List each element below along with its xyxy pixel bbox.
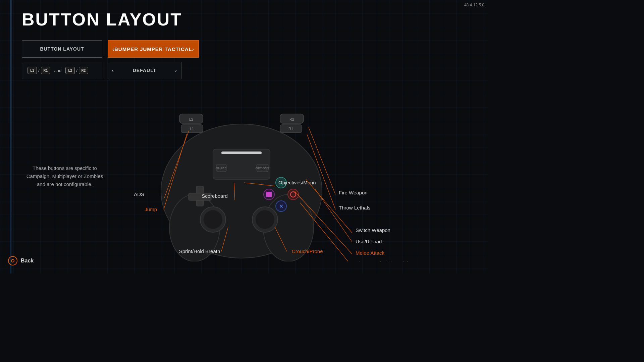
slash1: / [38, 68, 40, 73]
bumper-display: L1 / R1 and L2 / R2 [22, 62, 102, 79]
use-reload-label: Use/Reload [356, 239, 382, 244]
l1-icon: L1 [28, 67, 37, 74]
default-label: DEFAULT [133, 68, 157, 73]
sprint-label: Sprint/Hold Breath [179, 248, 220, 254]
r1-icon: R1 [41, 67, 50, 74]
default-prev-arrow[interactable]: ‹ [112, 68, 114, 73]
default-selector[interactable]: ‹ DEFAULT › [108, 62, 181, 79]
svg-text:R2: R2 [289, 117, 294, 121]
svg-rect-12 [221, 152, 262, 154]
layout-next-arrow[interactable]: › [192, 46, 194, 52]
svg-text:L2: L2 [189, 117, 193, 121]
page-title: BUTTON LAYOUT [22, 9, 182, 29]
layout-selected-value: BUMPER JUMPER TACTICAL [114, 46, 192, 52]
throw-lethals-label: Throw Lethals [339, 205, 370, 210]
svg-point-30 [256, 210, 274, 229]
switch-weapon-label: Switch Weapon [356, 227, 390, 233]
svg-point-28 [204, 210, 222, 229]
note-line3: and are not configurable. [23, 180, 107, 188]
button-layout-dropdown[interactable]: BUTTON LAYOUT [22, 40, 102, 58]
bottom-note: These buttons are specific to Campaign, … [23, 164, 107, 188]
r2-icon: R2 [79, 67, 88, 74]
back-circle-inner [11, 259, 14, 262]
button-layout-label: BUTTON LAYOUT [40, 46, 84, 52]
slash2: / [76, 68, 77, 73]
layout-selector[interactable]: ‹ BUMPER JUMPER TACTICAL › [108, 40, 199, 58]
fire-weapon-label: Fire Weapon [339, 190, 368, 195]
note-line1: These buttons are specific to [23, 164, 107, 172]
bumper-row: L1 / R1 and L2 / R2 ‹ DEFAULT › [22, 62, 181, 79]
svg-text:OPTIONS: OPTIONS [256, 167, 269, 170]
note-line2: Campaign, Multiplayer or Zombies [23, 172, 107, 180]
and-text: and [54, 68, 62, 73]
throw-tacticals-label: Throw Tacticals/Specials [356, 260, 411, 261]
svg-text:✕: ✕ [279, 203, 283, 209]
svg-text:L1: L1 [190, 127, 194, 131]
default-next-arrow[interactable]: › [175, 68, 177, 73]
crouch-label: Crouch/Prone [292, 248, 323, 254]
back-label: Back [21, 258, 34, 264]
scoreboard-label: Scoreboard [202, 193, 228, 199]
svg-point-23 [288, 189, 299, 200]
bumper-icons: L1 / R1 and L2 / R2 [28, 67, 88, 74]
l2-icon: L2 [65, 67, 75, 74]
back-button[interactable]: Back [8, 256, 34, 265]
back-circle-icon [8, 256, 17, 265]
svg-rect-22 [266, 192, 272, 197]
svg-text:R1: R1 [288, 127, 293, 131]
version-text: 48.4.12.5.0 [464, 3, 484, 7]
melee-attack-label: Melee Attack [356, 250, 384, 256]
jump-label: Jump [145, 206, 157, 212]
ads-label: ADS [134, 191, 144, 197]
svg-text:SHARE: SHARE [216, 167, 226, 170]
controls-area: BUTTON LAYOUT ‹ BUMPER JUMPER TACTICAL › [22, 40, 199, 58]
